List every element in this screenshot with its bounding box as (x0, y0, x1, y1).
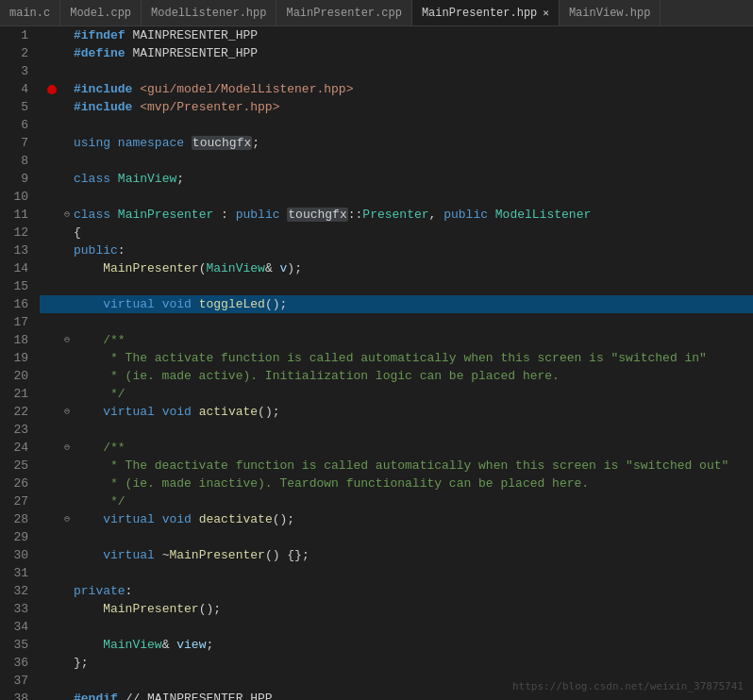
code-line-15 (40, 277, 753, 295)
code-line-36: }; (40, 654, 753, 672)
code-line-27: */ (40, 492, 753, 510)
editor: 1234567891011121314151617181920212223242… (0, 26, 753, 700)
line-numbers: 1234567891011121314151617181920212223242… (0, 26, 36, 700)
code-text-38: #endif // MAINPRESENTER_HPP (74, 690, 273, 700)
code-line-30: virtual ~MainPresenter() {}; (40, 546, 753, 564)
code-text-11: class MainPresenter : public touchgfx::P… (74, 206, 591, 224)
code-line-24: ⊖ /** (40, 439, 753, 457)
code-line-33: MainPresenter(); (40, 600, 753, 618)
code-text-2: #define MAINPRESENTER_HPP (74, 44, 258, 62)
line-number-31: 31 (9, 564, 28, 582)
code-text-12: { (74, 224, 81, 242)
tab-label: ModelListener.hpp (151, 7, 266, 20)
line-number-32: 32 (9, 582, 28, 600)
code-text-25: * The deactivate function is called auto… (74, 457, 728, 475)
code-text-27: */ (74, 492, 126, 510)
tab-mainpresenter-cpp[interactable]: MainPresenter.cpp (276, 0, 411, 25)
code-line-18: ⊖ /** (40, 331, 753, 349)
line-number-38: 38 (9, 690, 28, 700)
code-line-19: * The activate function is called automa… (40, 349, 753, 367)
tab-label: MainView.hpp (569, 7, 650, 20)
code-line-26: * (ie. made inactive). Teardown function… (40, 475, 753, 492)
code-line-14: MainPresenter(MainView& v); (40, 259, 753, 277)
code-line-5: #include <mvp/Presenter.hpp> (40, 98, 753, 116)
tab-modellistener-hpp[interactable]: ModelListener.hpp (142, 0, 276, 25)
code-text-7: using namespace touchgfx; (74, 134, 259, 152)
code-line-7: using namespace touchgfx; (40, 134, 753, 152)
line-number-33: 33 (9, 600, 28, 618)
fold-area-11[interactable]: ⊖ (60, 206, 74, 224)
tab-model-cpp[interactable]: Model.cpp (60, 0, 142, 25)
fold-area-18[interactable]: ⊖ (60, 331, 74, 349)
code-text-14: MainPresenter(MainView& v); (74, 259, 302, 277)
code-line-31 (40, 564, 753, 582)
line-number-7: 7 (9, 134, 28, 152)
code-line-16: virtual void toggleLed(); (40, 295, 753, 313)
line-number-29: 29 (9, 528, 28, 546)
close-icon[interactable]: ✕ (543, 7, 549, 19)
line-number-11: 11 (9, 206, 28, 224)
code-text-32: private: (74, 582, 132, 600)
tab-mainpresenter-hpp[interactable]: MainPresenter.hpp ✕ (412, 0, 560, 25)
line-number-27: 27 (9, 492, 28, 510)
code-line-11: ⊖class MainPresenter : public touchgfx::… (40, 206, 753, 224)
code-line-25: * The deactivate function is called auto… (40, 457, 753, 475)
line-number-30: 30 (9, 546, 28, 564)
code-text-24: /** (74, 439, 126, 457)
tab-main-c[interactable]: main.c (0, 0, 60, 25)
line-number-22: 22 (9, 403, 28, 421)
code-text-30: virtual ~MainPresenter() {}; (74, 546, 310, 564)
code-line-12: { (40, 224, 753, 242)
code-line-37 (40, 672, 753, 690)
line-number-35: 35 (9, 636, 28, 654)
breakpoint-area-4 (43, 85, 60, 94)
code-line-35: MainView& view; (40, 636, 753, 654)
code-line-9: class MainView; (40, 170, 753, 188)
code-line-8 (40, 152, 753, 170)
code-text-1: #ifndef MAINPRESENTER_HPP (74, 26, 258, 44)
code-line-28: ⊖ virtual void deactivate(); (40, 510, 753, 528)
code-text-28: virtual void deactivate(); (74, 510, 294, 528)
line-number-9: 9 (9, 170, 28, 188)
tab-mainview-hpp[interactable]: MainView.hpp (560, 0, 661, 25)
line-number-5: 5 (9, 98, 28, 116)
code-text-5: #include <mvp/Presenter.hpp> (74, 98, 279, 116)
breakpoint-dot-4 (47, 85, 57, 94)
line-number-20: 20 (9, 367, 28, 385)
code-line-4: #include <gui/model/ModelListener.hpp> (40, 80, 753, 98)
line-number-36: 36 (9, 654, 28, 672)
fold-area-24[interactable]: ⊖ (60, 439, 74, 457)
code-text-22: virtual void activate(); (74, 403, 280, 421)
fold-area-22[interactable]: ⊖ (60, 403, 74, 421)
code-text-20: * (ie. made active). Initialization logi… (74, 367, 560, 385)
line-number-24: 24 (9, 439, 28, 457)
line-number-34: 34 (9, 618, 28, 636)
code-text-19: * The activate function is called automa… (74, 349, 707, 367)
line-number-19: 19 (9, 349, 28, 367)
code-text-4: #include <gui/model/ModelListener.hpp> (74, 80, 353, 98)
line-number-12: 12 (9, 224, 28, 242)
code-text-21: */ (74, 385, 126, 403)
line-number-26: 26 (9, 475, 28, 492)
code-text-18: /** (74, 331, 126, 349)
code-content[interactable]: #ifndef MAINPRESENTER_HPP#define MAINPRE… (36, 26, 753, 700)
line-number-8: 8 (9, 152, 28, 170)
code-text-33: MainPresenter(); (74, 600, 221, 618)
code-text-36: }; (74, 654, 89, 672)
fold-area-28[interactable]: ⊖ (60, 510, 74, 528)
code-line-6 (40, 116, 753, 134)
code-line-38: #endif // MAINPRESENTER_HPP (40, 690, 753, 700)
code-line-22: ⊖ virtual void activate(); (40, 403, 753, 421)
code-line-23 (40, 421, 753, 439)
line-number-10: 10 (9, 188, 28, 206)
code-text-16: virtual void toggleLed(); (74, 295, 287, 313)
line-number-1: 1 (9, 26, 28, 44)
line-number-17: 17 (9, 313, 28, 331)
tab-label: main.c (9, 7, 50, 20)
line-number-18: 18 (9, 331, 28, 349)
code-line-3 (40, 62, 753, 80)
code-line-21: */ (40, 385, 753, 403)
tab-bar: main.c Model.cpp ModelListener.hpp MainP… (0, 0, 753, 26)
line-number-14: 14 (9, 259, 28, 277)
line-number-23: 23 (9, 421, 28, 439)
